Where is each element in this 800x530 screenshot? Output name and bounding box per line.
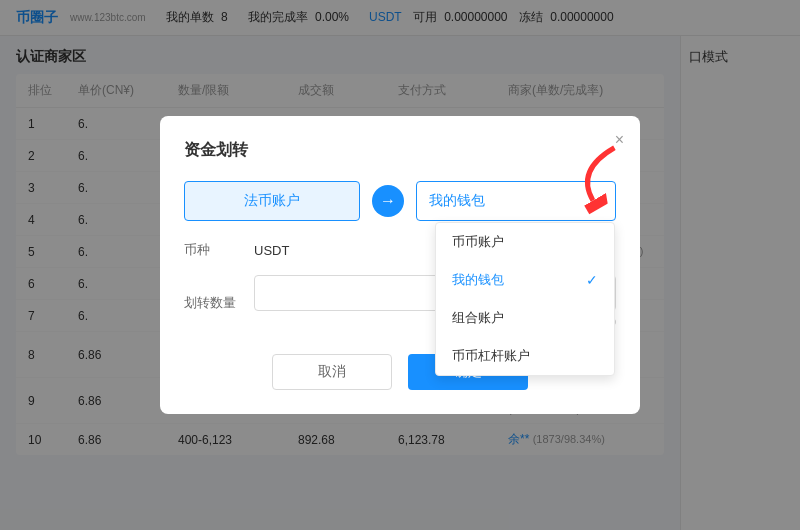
modal-overlay: 资金划转 × 法币账户 → 我的钱包 ▲ 币币账户 我的钱包 <box>0 0 800 530</box>
check-icon: ✓ <box>586 272 598 288</box>
dropdown-item-wallet[interactable]: 我的钱包 ✓ <box>436 261 614 299</box>
dialog-title: 资金划转 <box>184 140 616 161</box>
currency-label: 币种 <box>184 241 254 259</box>
currency-value: USDT <box>254 243 289 258</box>
transfer-accounts-row: 法币账户 → 我的钱包 ▲ 币币账户 我的钱包 ✓ 组 <box>184 181 616 221</box>
account-dropdown: 币币账户 我的钱包 ✓ 组合账户 币币杠杆账户 <box>435 222 615 376</box>
to-account-button[interactable]: 我的钱包 ▲ 币币账户 我的钱包 ✓ 组合账户 币币杠杆账户 <box>416 181 616 221</box>
cancel-button[interactable]: 取消 <box>272 354 392 390</box>
dropdown-item-margin[interactable]: 币币杠杆账户 <box>436 337 614 375</box>
close-button[interactable]: × <box>615 132 624 148</box>
dropdown-item-portfolio[interactable]: 组合账户 <box>436 299 614 337</box>
dropdown-item-bibi[interactable]: 币币账户 <box>436 223 614 261</box>
from-account-button[interactable]: 法币账户 <box>184 181 360 221</box>
transfer-label: 划转数量 <box>184 294 254 312</box>
chevron-up-icon: ▲ <box>593 196 603 207</box>
transfer-arrow-icon: → <box>372 185 404 217</box>
from-account-label: 法币账户 <box>244 192 300 210</box>
transfer-dialog: 资金划转 × 法币账户 → 我的钱包 ▲ 币币账户 我的钱包 <box>160 116 640 414</box>
to-account-label: 我的钱包 <box>429 192 485 210</box>
